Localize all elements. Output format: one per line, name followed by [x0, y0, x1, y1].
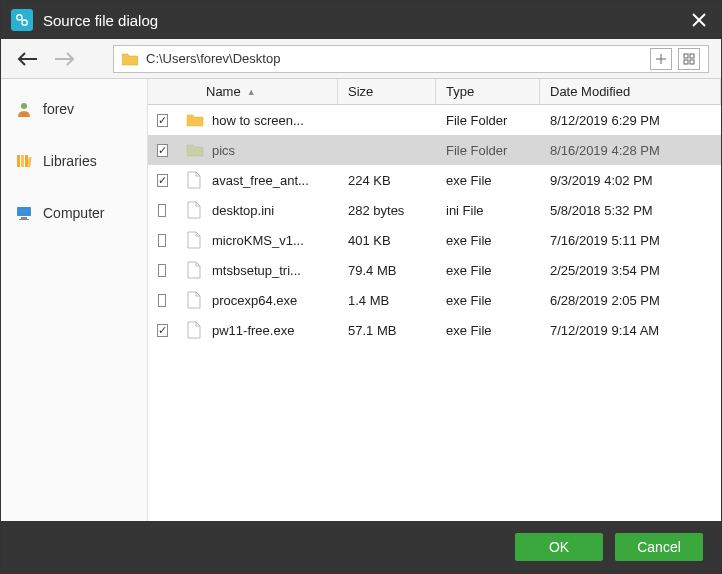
close-icon	[692, 13, 706, 27]
row-checkbox[interactable]	[158, 294, 166, 307]
source-file-dialog: Source file dialog C:\Users\forev\Deskto…	[0, 0, 722, 574]
new-folder-button[interactable]	[650, 48, 672, 70]
row-name-cell: avast_free_ant...	[176, 171, 338, 189]
row-size: 224 KB	[338, 173, 436, 188]
arrow-left-icon	[17, 51, 39, 67]
plus-icon	[655, 53, 667, 65]
grid-icon	[683, 53, 695, 65]
column-headers: Name▲ Size Type Date Modified	[148, 79, 721, 105]
row-name: avast_free_ant...	[212, 173, 309, 188]
row-name: microKMS_v1...	[212, 233, 304, 248]
sidebar: forev Libraries Computer	[1, 79, 148, 521]
row-checkbox-cell	[148, 264, 176, 277]
svg-rect-11	[684, 60, 688, 64]
arrow-right-icon	[53, 51, 75, 67]
file-icon	[186, 231, 204, 249]
file-row[interactable]: picsFile Folder8/16/2019 4:28 PM	[148, 135, 721, 165]
row-date: 6/28/2019 2:05 PM	[540, 293, 721, 308]
dialog-title: Source file dialog	[43, 12, 687, 29]
libraries-icon	[15, 152, 33, 170]
row-name-cell: pw11-free.exe	[176, 321, 338, 339]
sidebar-item-computer[interactable]: Computer	[1, 193, 147, 233]
cancel-button[interactable]: Cancel	[615, 533, 703, 561]
row-date: 2/25/2019 3:54 PM	[540, 263, 721, 278]
row-date: 8/12/2019 6:29 PM	[540, 113, 721, 128]
folder-icon	[122, 52, 138, 66]
path-text: C:\Users\forev\Desktop	[146, 51, 644, 66]
row-date: 5/8/2018 5:32 PM	[540, 203, 721, 218]
dialog-body: forev Libraries Computer Name▲	[1, 79, 721, 521]
back-button[interactable]	[13, 44, 43, 74]
folder-icon	[186, 111, 204, 129]
file-row[interactable]: desktop.ini282 bytesini File5/8/2018 5:3…	[148, 195, 721, 225]
header-checkbox[interactable]	[148, 79, 176, 104]
file-icon	[186, 171, 204, 189]
file-icon	[186, 291, 204, 309]
row-size: 401 KB	[338, 233, 436, 248]
row-size: 282 bytes	[338, 203, 436, 218]
row-type: exe File	[436, 233, 540, 248]
sort-asc-icon: ▲	[247, 87, 256, 97]
row-name-cell: desktop.ini	[176, 201, 338, 219]
app-icon	[11, 9, 33, 31]
row-checkbox-cell	[148, 144, 176, 157]
header-name[interactable]: Name▲	[176, 79, 338, 104]
row-type: ini File	[436, 203, 540, 218]
file-row[interactable]: microKMS_v1...401 KBexe File7/16/2019 5:…	[148, 225, 721, 255]
row-checkbox-cell	[148, 174, 176, 187]
svg-rect-9	[684, 54, 688, 58]
row-checkbox[interactable]	[158, 204, 166, 217]
row-date: 7/12/2019 9:14 AM	[540, 323, 721, 338]
sidebar-item-label: forev	[43, 101, 74, 117]
row-size: 57.1 MB	[338, 323, 436, 338]
file-row[interactable]: pw11-free.exe57.1 MBexe File7/12/2019 9:…	[148, 315, 721, 345]
close-button[interactable]	[687, 8, 711, 32]
row-checkbox-cell	[148, 294, 176, 307]
header-size[interactable]: Size	[338, 79, 436, 104]
svg-line-2	[21, 19, 23, 21]
file-pane: Name▲ Size Type Date Modified how to scr…	[148, 79, 721, 521]
row-name: procexp64.exe	[212, 293, 297, 308]
row-checkbox-cell	[148, 234, 176, 247]
row-size: 79.4 MB	[338, 263, 436, 278]
row-checkbox[interactable]	[157, 324, 168, 337]
row-type: File Folder	[436, 113, 540, 128]
file-row[interactable]: how to screen...File Folder8/12/2019 6:2…	[148, 105, 721, 135]
row-type: exe File	[436, 263, 540, 278]
ok-button[interactable]: OK	[515, 533, 603, 561]
row-checkbox[interactable]	[157, 174, 168, 187]
header-type[interactable]: Type	[436, 79, 540, 104]
svg-rect-10	[690, 54, 694, 58]
user-icon	[15, 100, 33, 118]
row-checkbox-cell	[148, 324, 176, 337]
sidebar-item-libraries[interactable]: Libraries	[1, 141, 147, 181]
file-row[interactable]: avast_free_ant...224 KBexe File9/3/2019 …	[148, 165, 721, 195]
header-date[interactable]: Date Modified	[540, 79, 721, 104]
file-row[interactable]: mtsbsetup_tri...79.4 MBexe File2/25/2019…	[148, 255, 721, 285]
row-name-cell: mtsbsetup_tri...	[176, 261, 338, 279]
file-icon	[186, 321, 204, 339]
footer: OK Cancel	[1, 521, 721, 573]
row-type: exe File	[436, 173, 540, 188]
file-icon	[186, 261, 204, 279]
row-checkbox[interactable]	[158, 264, 166, 277]
sidebar-item-user[interactable]: forev	[1, 89, 147, 129]
row-checkbox[interactable]	[158, 234, 166, 247]
toolbar: C:\Users\forev\Desktop	[1, 39, 721, 79]
row-checkbox[interactable]	[157, 144, 168, 157]
svg-rect-12	[690, 60, 694, 64]
svg-rect-20	[19, 219, 29, 220]
sidebar-item-label: Computer	[43, 205, 104, 221]
folder-icon	[186, 141, 204, 159]
forward-button[interactable]	[49, 44, 79, 74]
svg-rect-19	[21, 217, 27, 219]
row-checkbox[interactable]	[157, 114, 168, 127]
row-name-cell: procexp64.exe	[176, 291, 338, 309]
file-list[interactable]: how to screen...File Folder8/12/2019 6:2…	[148, 105, 721, 521]
view-mode-button[interactable]	[678, 48, 700, 70]
path-input[interactable]: C:\Users\forev\Desktop	[113, 45, 709, 73]
file-row[interactable]: procexp64.exe1.4 MBexe File6/28/2019 2:0…	[148, 285, 721, 315]
row-type: exe File	[436, 293, 540, 308]
sidebar-item-label: Libraries	[43, 153, 97, 169]
file-icon	[186, 201, 204, 219]
